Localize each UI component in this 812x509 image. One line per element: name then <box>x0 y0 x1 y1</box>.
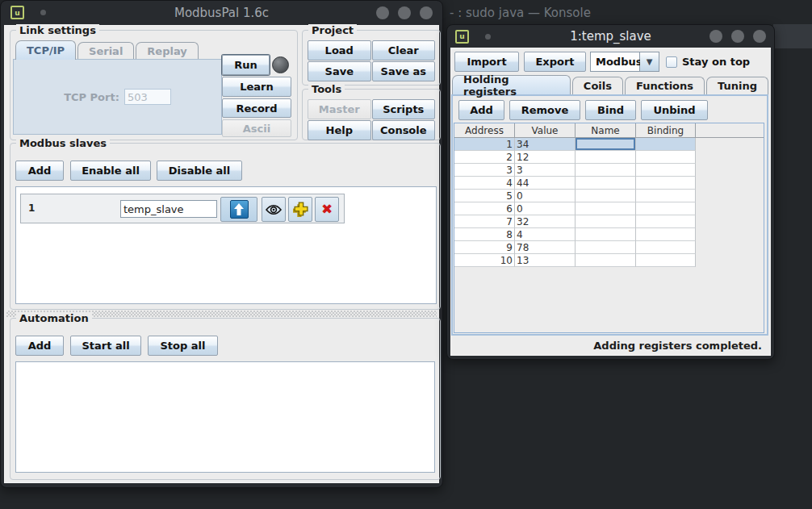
table-row[interactable]: 8 4 <box>454 228 764 241</box>
cell-address[interactable]: 9 <box>454 241 515 254</box>
cell-binding[interactable] <box>636 215 696 228</box>
tab-coils[interactable]: Coils <box>572 77 623 94</box>
cell-value[interactable]: 34 <box>515 138 576 151</box>
table-row[interactable]: 1 34 <box>454 138 764 151</box>
cell-value[interactable]: 32 <box>515 215 576 228</box>
cell-name[interactable] <box>576 241 636 254</box>
disable-all-button[interactable]: Disable all <box>157 161 242 181</box>
cell-value[interactable]: 78 <box>515 241 576 254</box>
cell-address[interactable]: 8 <box>454 228 515 241</box>
tab-serial[interactable]: Serial <box>77 42 134 60</box>
chevron-down-icon[interactable]: ▼ <box>640 52 659 72</box>
tab-holding-registers[interactable]: Holding registers <box>452 75 571 94</box>
cell-binding[interactable] <box>636 254 696 267</box>
tab-functions[interactable]: Functions <box>625 77 705 94</box>
cell-name[interactable] <box>576 151 636 164</box>
cell-binding[interactable] <box>636 151 696 164</box>
scripts-button[interactable]: Scripts <box>372 99 436 119</box>
unbind-button[interactable]: Unbind <box>641 100 708 120</box>
duplicate-slave-button[interactable] <box>288 197 312 222</box>
cell-binding[interactable] <box>636 164 696 177</box>
column-header-name[interactable]: Name <box>576 123 636 138</box>
delete-slave-button[interactable]: ✖ <box>315 197 339 222</box>
cell-value[interactable]: 4 <box>515 228 576 241</box>
close-icon[interactable] <box>420 6 433 19</box>
cell-value[interactable]: 12 <box>515 151 576 164</box>
cell-address[interactable]: 3 <box>454 164 515 177</box>
console-button[interactable]: Console <box>372 120 436 140</box>
tab-tuning[interactable]: Tuning <box>706 77 768 94</box>
save-as-button[interactable]: Save as <box>372 61 436 81</box>
tab-tcpip[interactable]: TCP/IP <box>15 40 76 60</box>
table-row[interactable]: 5 0 <box>454 190 764 202</box>
ascii-button[interactable]: Ascii <box>222 119 291 137</box>
add-slave-button[interactable]: Add <box>15 161 64 181</box>
cell-address[interactable]: 4 <box>454 177 515 190</box>
cell-name[interactable] <box>576 215 636 228</box>
maximize-icon[interactable] <box>731 30 744 43</box>
cell-name[interactable] <box>576 254 636 267</box>
cell-value[interactable]: 0 <box>515 190 576 202</box>
record-button[interactable]: Record <box>222 98 291 118</box>
column-header-value[interactable]: Value <box>515 123 576 138</box>
cell-name[interactable] <box>576 202 636 215</box>
run-button[interactable]: Run <box>222 55 270 75</box>
cell-binding[interactable] <box>636 177 696 190</box>
save-button[interactable]: Save <box>308 61 371 81</box>
table-row[interactable]: 10 13 <box>454 254 764 267</box>
slave-enabled-toggle[interactable] <box>220 197 257 222</box>
cell-value[interactable]: 0 <box>515 202 576 215</box>
bind-button[interactable]: Bind <box>585 100 636 120</box>
slave-name-field[interactable] <box>120 200 217 218</box>
maximize-icon[interactable] <box>398 6 411 19</box>
column-header-address[interactable]: Address <box>454 123 515 138</box>
show-slave-button[interactable] <box>262 197 286 222</box>
column-header-binding[interactable]: Binding <box>636 123 696 138</box>
modbuspal-titlebar[interactable]: u ModbusPal 1.6c <box>1 1 442 24</box>
add-automation-button[interactable]: Add <box>15 336 64 356</box>
stop-all-button[interactable]: Stop all <box>148 336 218 356</box>
import-button[interactable]: Import <box>454 52 519 72</box>
master-button[interactable]: Master <box>308 99 371 119</box>
table-row[interactable]: 2 12 <box>454 151 764 164</box>
add-register-button[interactable]: Add <box>458 100 504 120</box>
cell-value[interactable]: 13 <box>515 254 576 267</box>
learn-button[interactable]: Learn <box>222 77 291 97</box>
help-button[interactable]: Help <box>308 120 371 140</box>
table-row[interactable]: 7 32 <box>454 215 764 228</box>
cell-address[interactable]: 5 <box>454 190 515 202</box>
load-button[interactable]: Load <box>308 40 371 60</box>
cell-address[interactable]: 1 <box>454 138 515 151</box>
remove-register-button[interactable]: Remove <box>509 100 580 120</box>
cell-address[interactable]: 7 <box>454 215 515 228</box>
mode-combobox[interactable]: Modbus ▼ <box>590 52 659 72</box>
cell-name[interactable] <box>576 190 636 202</box>
cell-binding[interactable] <box>636 190 696 202</box>
table-row[interactable]: 3 3 <box>454 164 764 177</box>
tcp-port-field[interactable] <box>124 89 171 105</box>
export-button[interactable]: Export <box>524 52 586 72</box>
cell-address[interactable]: 10 <box>454 254 515 267</box>
clear-button[interactable]: Clear <box>372 40 436 60</box>
cell-name[interactable] <box>576 228 636 241</box>
cell-address[interactable]: 2 <box>454 151 515 164</box>
tab-replay[interactable]: Replay <box>136 42 198 60</box>
stay-on-top-checkbox[interactable] <box>666 56 677 68</box>
table-row[interactable]: 9 78 <box>454 241 764 254</box>
minimize-icon[interactable] <box>376 6 389 19</box>
cell-value[interactable]: 3 <box>515 164 576 177</box>
cell-binding[interactable] <box>636 138 696 151</box>
table-row[interactable]: 6 0 <box>454 202 764 215</box>
cell-address[interactable]: 6 <box>454 202 515 215</box>
cell-name[interactable] <box>576 177 636 190</box>
minimize-icon[interactable] <box>709 30 722 43</box>
cell-name[interactable] <box>576 138 636 151</box>
cell-binding[interactable] <box>636 241 696 254</box>
cell-binding[interactable] <box>636 202 696 215</box>
table-row[interactable]: 4 44 <box>454 177 764 190</box>
cell-value[interactable]: 44 <box>515 177 576 190</box>
cell-binding[interactable] <box>636 228 696 241</box>
cell-name[interactable] <box>576 164 636 177</box>
enable-all-button[interactable]: Enable all <box>70 161 151 181</box>
close-icon[interactable] <box>753 30 766 43</box>
